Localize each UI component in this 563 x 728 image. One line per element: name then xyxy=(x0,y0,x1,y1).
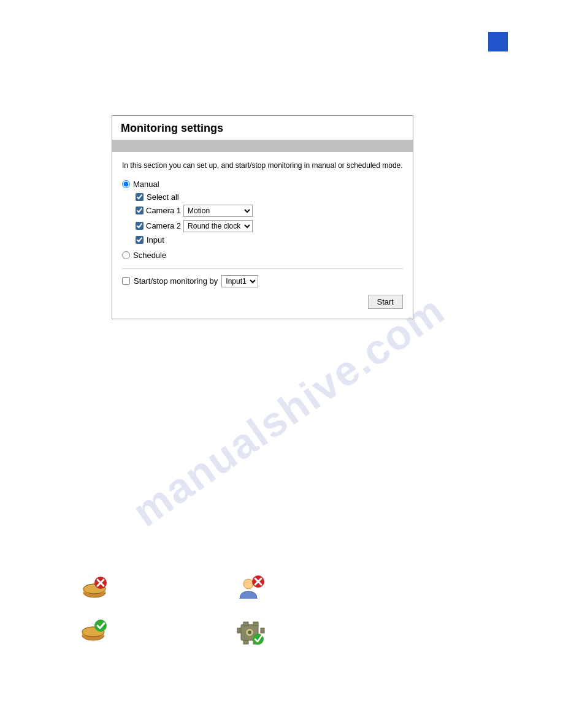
manual-radio-group: Manual Select all Camera 1 Motion Round … xyxy=(122,180,403,245)
camera2-checkbox[interactable] xyxy=(136,222,144,230)
system-error-icon xyxy=(236,617,266,648)
manual-radio-input[interactable] xyxy=(122,180,130,188)
svg-rect-19 xyxy=(243,640,248,644)
manual-options-section: Select all Camera 1 Motion Round the clo… xyxy=(136,192,403,245)
select-all-checkbox[interactable] xyxy=(136,193,144,201)
manual-radio-label[interactable]: Manual xyxy=(122,180,403,189)
select-all-label: Select all xyxy=(147,192,179,202)
user-error-icon xyxy=(236,574,266,605)
dialog-description: In this section you can set up, and star… xyxy=(122,161,403,171)
svg-rect-21 xyxy=(237,628,241,633)
blue-square-indicator xyxy=(488,32,508,51)
camera1-checkbox[interactable] xyxy=(136,207,144,214)
svg-point-7 xyxy=(243,579,253,589)
dialog-title: Monitoring settings xyxy=(112,116,413,140)
schedule-radio-input[interactable] xyxy=(122,251,130,259)
watermark-text: manualshive.com xyxy=(124,286,453,536)
svg-point-24 xyxy=(248,631,251,634)
camera2-row: Camera 2 Motion Round the clock Schedule… xyxy=(136,220,403,232)
input-row: Input xyxy=(136,235,403,245)
start-stop-row: Start/stop monitoring by Input1 Input2 xyxy=(122,275,403,287)
start-stop-checkbox[interactable] xyxy=(122,277,130,285)
button-row: Start xyxy=(122,295,403,309)
monitoring-settings-dialog: Monitoring settings In this section you … xyxy=(112,115,413,319)
divider xyxy=(122,268,403,269)
select-all-row: Select all xyxy=(136,192,403,202)
svg-point-15 xyxy=(94,620,107,632)
camera1-row: Camera 1 Motion Round the clock Schedule… xyxy=(136,205,403,217)
dialog-gray-bar xyxy=(112,140,413,152)
svg-rect-22 xyxy=(261,628,264,633)
camera2-label: Camera 2 xyxy=(146,221,181,230)
schedule-label-text: Schedule xyxy=(133,251,166,260)
manual-label-text: Manual xyxy=(133,180,159,189)
disc-error-icon xyxy=(80,574,109,605)
svg-rect-13 xyxy=(82,632,104,635)
svg-rect-2 xyxy=(83,589,105,593)
start-stop-label: Start/stop monitoring by xyxy=(134,276,218,286)
dialog-body: In this section you can set up, and star… xyxy=(112,152,413,319)
camera1-label: Camera 1 xyxy=(146,206,181,215)
check-disc-icon xyxy=(80,617,109,648)
input-checkbox[interactable] xyxy=(136,236,144,244)
input-select[interactable]: Input1 Input2 xyxy=(221,275,258,287)
camera1-mode-select[interactable]: Motion Round the clock Scheduled xyxy=(183,205,253,217)
start-button[interactable]: Start xyxy=(368,295,403,309)
svg-rect-17 xyxy=(243,622,248,626)
svg-rect-18 xyxy=(253,622,258,626)
schedule-radio-group: Schedule xyxy=(122,251,403,260)
input-label: Input xyxy=(147,235,164,245)
camera2-mode-select[interactable]: Motion Round the clock Scheduled xyxy=(183,220,253,232)
